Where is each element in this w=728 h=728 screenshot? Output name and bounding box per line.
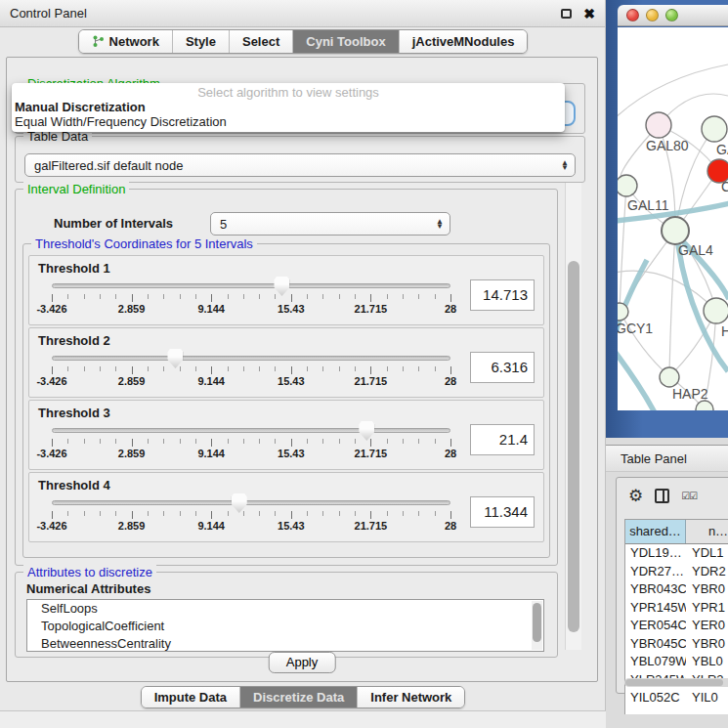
node-gal4[interactable] <box>662 217 689 244</box>
slider-ruler: -3.426 2.859 9.144 15.43 21.715 28 <box>52 511 450 535</box>
table-panel-toolbar: ⚙ ☑☑ <box>617 478 728 513</box>
threshold-label: Threshold 1 <box>38 261 535 276</box>
tab-jactivemnodules[interactable]: jActiveMNodules <box>400 30 528 53</box>
threshold-rows: Threshold 1 <box>28 255 544 542</box>
table-row[interactable]: YBL079W YBL0 <box>625 653 728 671</box>
node-h[interactable] <box>704 298 728 323</box>
table-row[interactable]: YPR145W YPR1 <box>625 599 728 618</box>
zoom-traffic-light-icon[interactable] <box>665 9 678 21</box>
list-scrollbar[interactable] <box>532 601 542 650</box>
threshold-value-field[interactable]: 14.713 <box>470 279 535 311</box>
tab-infer-network[interactable]: Infer Network <box>358 687 464 707</box>
list-item[interactable]: TopologicalCoefficient <box>27 618 543 635</box>
slider-thumb[interactable] <box>167 349 183 368</box>
network-window-titlebar <box>618 5 728 26</box>
tab-select[interactable]: Select <box>230 30 293 53</box>
columns-icon[interactable] <box>655 489 669 503</box>
content-scrollbar-thumb[interactable] <box>568 261 579 632</box>
threshold-slider[interactable]: -3.426 2.859 9.144 15.43 21.715 28 <box>52 277 450 321</box>
table-row[interactable]: YER054C YER0 <box>625 617 728 635</box>
numerical-attributes-label: Numerical Attributes <box>26 581 150 596</box>
tick-label: 15.43 <box>278 448 305 459</box>
list-item[interactable]: SelfLoops <box>27 600 543 618</box>
node-gcy1[interactable] <box>618 303 628 321</box>
tab-network[interactable]: Network <box>79 30 173 53</box>
slider-ruler: -3.426 2.859 9.144 15.43 21.715 28 <box>52 366 450 390</box>
tab-cyni-toolbox[interactable]: Cyni Toolbox <box>293 30 399 53</box>
table-row[interactable]: YDL19… YDL1 <box>625 544 728 563</box>
svg-text:GAL4: GAL4 <box>678 242 713 258</box>
svg-text:GCY1: GCY1 <box>618 321 653 336</box>
thresholds-title: Threshold's Coordinates for 5 Intervals <box>31 236 257 251</box>
network-canvas[interactable]: GAL80 GA C GAL11 GAL4 GCY1 H HAP2 <box>618 27 728 410</box>
node-gal11[interactable] <box>618 175 637 196</box>
table-horizontal-scrollbar[interactable] <box>624 678 728 687</box>
threshold-slider[interactable]: -3.426 2.859 9.144 15.43 21.715 28 <box>52 421 450 466</box>
svg-text:HAP2: HAP2 <box>672 386 708 402</box>
apply-button[interactable]: Apply <box>269 652 336 673</box>
list-item[interactable]: BetweennessCentrality <box>27 635 543 652</box>
table-header: shared… n… <box>625 520 728 544</box>
dropdown-option-equal-width[interactable]: Equal Width/Frequency Discretization <box>12 114 565 129</box>
interval-definition-title: Interval Definition <box>23 182 129 196</box>
status-strip <box>0 710 606 728</box>
tick-label: 9.144 <box>197 303 225 315</box>
table-row[interactable]: YBR045C YBR0 <box>625 635 728 654</box>
slider-track[interactable] <box>52 356 450 361</box>
svg-text:GA: GA <box>716 142 728 157</box>
numerical-attributes-list[interactable]: SelfLoops TopologicalCoefficient Between… <box>26 599 544 652</box>
tick-label: -3.426 <box>36 448 66 459</box>
tab-style[interactable]: Style <box>173 30 230 53</box>
tick-label: 2.859 <box>118 520 146 532</box>
close-icon[interactable]: ✖ <box>583 9 595 19</box>
tick-label: 28 <box>445 448 456 459</box>
dropdown-option-manual[interactable]: Manual Discretization <box>12 100 565 114</box>
close-traffic-light-icon[interactable] <box>626 9 639 21</box>
threshold-value-field[interactable]: 6.316 <box>470 352 535 383</box>
slider-track[interactable] <box>52 500 450 505</box>
svg-text:GAL11: GAL11 <box>627 197 669 213</box>
tick-label: 15.43 <box>278 303 305 315</box>
tick-label: 28 <box>445 303 456 315</box>
slider-thumb[interactable] <box>359 421 374 441</box>
slider-track[interactable] <box>52 283 450 288</box>
column-header-shared-name[interactable]: shared… <box>625 520 686 543</box>
dropdown-prompt[interactable]: Select algorithm to view settings <box>12 85 565 100</box>
select-columns-icon[interactable]: ☑☑ <box>681 491 697 501</box>
attribute-items: SelfLoops TopologicalCoefficient Between… <box>27 600 543 652</box>
tick-label: 2.859 <box>118 375 146 387</box>
slider-thumb[interactable] <box>232 493 247 513</box>
node-partial-top[interactable] <box>702 116 727 142</box>
threshold-panel: Threshold 3 <box>28 400 544 470</box>
table-row[interactable]: YDR27… YDR2 <box>625 563 728 581</box>
threshold-slider[interactable]: -3.426 2.859 9.144 15.43 21.715 28 <box>52 493 450 538</box>
tick-label: -3.426 <box>36 520 66 532</box>
svg-text:GAL80: GAL80 <box>646 138 689 153</box>
table-data-combobox[interactable]: galFiltered.sif default node ▲▼ <box>24 153 576 177</box>
table-row[interactable]: YIL052C YIL0 <box>625 689 728 707</box>
number-of-intervals-combobox[interactable]: 5 ▲▼ <box>210 212 450 236</box>
tick-label: 15.43 <box>278 520 305 532</box>
content-scrollbar[interactable] <box>565 183 581 650</box>
tick-label: 9.144 <box>197 375 225 387</box>
minimize-traffic-light-icon[interactable] <box>646 9 659 21</box>
svg-text:H: H <box>721 323 728 339</box>
node-gal80[interactable] <box>646 112 671 138</box>
gear-icon[interactable]: ⚙ <box>628 488 643 504</box>
node-hap2[interactable] <box>660 367 679 387</box>
tab-discretize-data[interactable]: Discretize Data <box>240 687 358 707</box>
slider-thumb[interactable] <box>274 277 289 296</box>
table-panel-titlebar: Table Panel <box>606 445 728 472</box>
table-row[interactable]: YBR043C YBR0 <box>625 580 728 599</box>
tick-label: 21.715 <box>355 448 388 459</box>
threshold-slider[interactable]: -3.426 2.859 9.144 15.43 21.715 28 <box>52 349 450 394</box>
tab-impute-data[interactable]: Impute Data <box>142 687 240 707</box>
slider-track[interactable] <box>52 428 450 433</box>
top-tab-bar: Network Style Select Cyni Toolbox jActiv… <box>0 29 606 54</box>
threshold-value-field[interactable]: 11.344 <box>470 496 535 528</box>
column-header-name[interactable]: n… <box>686 520 728 543</box>
threshold-label: Threshold 2 <box>38 333 535 348</box>
threshold-value-field[interactable]: 21.4 <box>470 424 535 455</box>
float-window-icon[interactable] <box>561 9 572 19</box>
svg-text:C: C <box>721 179 728 194</box>
